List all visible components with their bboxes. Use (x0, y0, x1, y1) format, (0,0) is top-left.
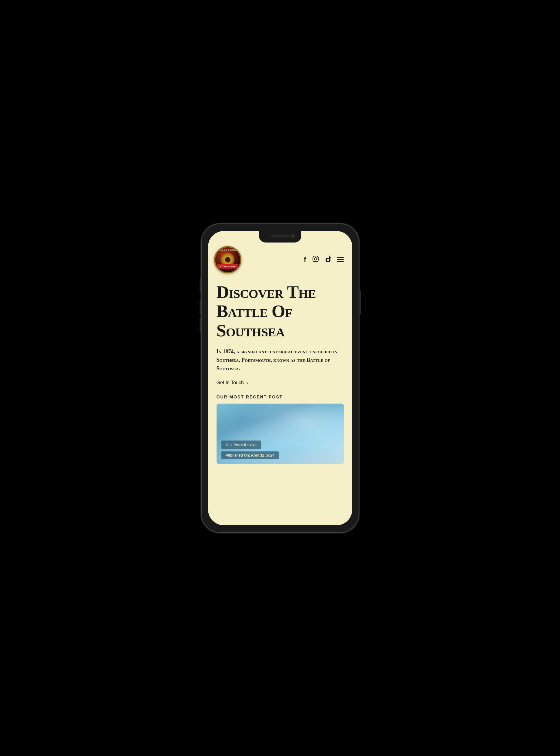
nav-icons: f (304, 256, 343, 264)
menu-icon[interactable] (337, 257, 344, 262)
get-in-touch-link[interactable]: Get In Touch › (217, 380, 344, 386)
logo-ribbon: 150TH ANNIVERSARY (217, 264, 238, 269)
notch-camera (291, 234, 295, 238)
phone-device: 150TH ANNIVERSARY BATTLE OF SOUTHSEA f (201, 224, 359, 533)
post-date: Published On: April 12, 2024 (221, 451, 279, 459)
svg-point-2 (317, 257, 317, 257)
recent-post-section-label: Our Most Recent Post (217, 394, 344, 399)
logo-text-top: BATTLE OF SOUTHSEA (215, 249, 240, 251)
cta-label: Get In Touch (217, 380, 244, 385)
svg-point-1 (314, 258, 317, 260)
hero-title: Discover The Battle Of Southsea (217, 283, 344, 340)
instagram-icon[interactable] (312, 256, 319, 264)
site-logo[interactable]: 150TH ANNIVERSARY BATTLE OF SOUTHSEA (214, 246, 241, 273)
main-content: Discover The Battle Of Southsea In 1874,… (208, 277, 352, 525)
notch-speaker (271, 235, 289, 237)
phone-notch (259, 231, 301, 243)
hero-description: In 1874, a significant historical event … (217, 348, 344, 373)
logo-ribbon-text: 150TH ANNIVERSARY (219, 265, 237, 267)
cta-arrow-icon: › (246, 380, 248, 386)
post-tag: Our Press Release (221, 441, 262, 449)
tiktok-icon[interactable] (325, 256, 331, 264)
facebook-icon[interactable]: f (304, 256, 306, 264)
phone-screen: 150TH ANNIVERSARY BATTLE OF SOUTHSEA f (208, 231, 352, 525)
recent-post-card[interactable]: Our Press Release Published On: April 12… (217, 404, 344, 464)
